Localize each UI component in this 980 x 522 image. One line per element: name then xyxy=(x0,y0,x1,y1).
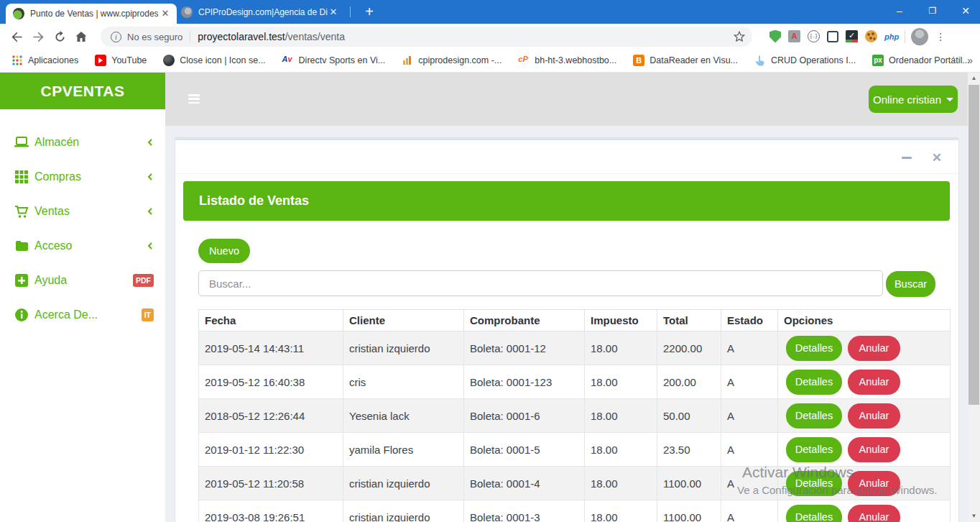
bookmark-item[interactable]: cpiprodesign.com -... xyxy=(397,53,506,68)
address-bar[interactable]: i No es seguro proyectolaravel.test/vent… xyxy=(101,27,752,47)
table-row: 2018-05-12 12:26:44Yesenia lackBoleta: 0… xyxy=(199,399,951,433)
panel-title: Listado de Ventas xyxy=(183,181,950,221)
cell-fecha: 2019-05-12 16:40:38 xyxy=(199,365,343,399)
cell-fecha: 2019-05-12 11:20:58 xyxy=(199,467,343,500)
cell-estado: A xyxy=(721,331,778,365)
checker-extension-icon[interactable]: ✓ xyxy=(846,30,858,42)
sidebar-item-acceso[interactable]: Acceso xyxy=(0,229,165,263)
cell-cliente: cris xyxy=(343,365,464,399)
tab-punto-de-ventas[interactable]: Punto de Ventas | www.cpiprodes ✕ xyxy=(6,4,177,24)
pdf-extension-icon[interactable]: A xyxy=(788,30,800,42)
column-header-opciones: Opciones xyxy=(778,310,951,331)
sidebar-item-acerca-de[interactable]: Acerca De...IT xyxy=(0,298,165,332)
sidebar-toggle-icon[interactable] xyxy=(188,94,200,104)
bookmarks-overflow-icon[interactable]: » xyxy=(967,55,973,66)
bookmark-item[interactable]: AvDirectv Sports en Vi... xyxy=(278,53,390,68)
sidebar: CPVENTAS AlmacénComprasVentasAccesoAyuda… xyxy=(0,73,165,522)
scrollbar-thumb[interactable] xyxy=(969,85,979,405)
separator xyxy=(190,31,190,42)
sidebar-badge: IT xyxy=(142,308,154,321)
separator xyxy=(905,30,905,43)
cell-estado: A xyxy=(721,500,778,522)
bookmark-item[interactable]: Aplicaciones xyxy=(7,53,83,68)
scrollbar-down-icon[interactable]: ▼ xyxy=(968,510,980,522)
chevron-left-icon xyxy=(147,205,154,218)
cart-icon xyxy=(14,204,29,219)
cookie-extension-icon[interactable] xyxy=(865,30,877,42)
table-row: 2019-05-12 16:40:38crisBoleta: 0001-1231… xyxy=(199,365,951,399)
sidebar-item-ayuda[interactable]: AyudaPDF xyxy=(0,263,165,298)
cell-comprobante: Boleta: 0001-6 xyxy=(464,399,585,433)
braces-extension-icon[interactable]: {..} xyxy=(808,30,820,42)
bookmark-item[interactable]: YouTube xyxy=(91,53,151,68)
search-button[interactable]: Buscar xyxy=(886,271,935,297)
bookmark-item[interactable]: cPbh-ht-3.webhostbo... xyxy=(514,53,621,68)
scrollbar-up-icon[interactable]: ▲ xyxy=(968,73,980,84)
new-tab-button[interactable]: + xyxy=(359,4,379,21)
cell-comprobante: Boleta: 0001-5 xyxy=(464,433,585,467)
tab-favicon xyxy=(13,8,24,19)
browser-toolbar: i No es seguro proyectolaravel.test/vent… xyxy=(0,24,980,49)
page-scrollbar[interactable]: ▲ ▼ xyxy=(968,73,980,522)
app-topbar: Online cristian xyxy=(165,73,980,126)
tab-cpiprodesign[interactable]: CPIProDesign.com|Agencia de Di ✕ xyxy=(181,0,345,24)
cancel-button[interactable]: Anular xyxy=(848,403,900,429)
cell-total: 1100.00 xyxy=(657,500,721,522)
cell-impuesto: 18.00 xyxy=(585,365,657,399)
page-content: Online cristian CPVENTAS AlmacénComprasV… xyxy=(0,73,980,522)
cell-cliente: yamila Flores xyxy=(343,433,464,467)
new-button[interactable]: Nuevo xyxy=(198,239,250,263)
window-restore-button[interactable]: ❐ xyxy=(916,0,949,23)
column-header-cliente: Cliente xyxy=(343,310,464,331)
cell-comprobante: Boleta: 0001-12 xyxy=(464,331,585,365)
details-button[interactable]: Detalles xyxy=(786,336,842,361)
details-button[interactable]: Detalles xyxy=(786,370,842,395)
bookmark-star-icon[interactable] xyxy=(734,31,745,45)
cell-impuesto: 18.00 xyxy=(585,399,657,433)
bookmark-item[interactable]: BDataReader en Visu... xyxy=(629,53,742,68)
profile-avatar[interactable] xyxy=(911,28,928,45)
back-icon[interactable] xyxy=(6,29,27,42)
cancel-button[interactable]: Anular xyxy=(848,370,900,395)
column-header-comprobante: Comprobante xyxy=(464,310,585,331)
sidebar-item-compras[interactable]: Compras xyxy=(0,160,165,194)
caret-down-icon xyxy=(946,98,953,101)
sidebar-item-almac-n[interactable]: Almacén xyxy=(0,125,165,160)
chrome-menu-icon[interactable]: ⋮ xyxy=(935,31,946,42)
screenshot-extension-icon[interactable] xyxy=(827,31,838,42)
info-circle-icon xyxy=(14,308,29,322)
home-icon[interactable] xyxy=(70,29,92,43)
bookmark-item[interactable]: CRUD Operations I... xyxy=(750,53,860,68)
sidebar-item-ventas[interactable]: Ventas xyxy=(0,194,165,229)
details-button[interactable]: Detalles xyxy=(786,437,842,462)
window-minimize-button[interactable]: – xyxy=(883,0,916,23)
cancel-button[interactable]: Anular xyxy=(848,505,900,522)
cell-total: 50.00 xyxy=(657,399,721,433)
reload-icon[interactable] xyxy=(49,29,70,42)
details-button[interactable]: Detalles xyxy=(786,403,842,429)
cell-estado: A xyxy=(721,433,778,467)
php-extension-icon[interactable]: php xyxy=(884,32,899,41)
table-row: 2019-05-14 14:43:11cristian izquierdoBol… xyxy=(199,331,951,365)
cancel-button[interactable]: Anular xyxy=(848,336,900,361)
app-brand: CPVENTAS xyxy=(0,73,165,109)
tab-close-icon[interactable]: ✕ xyxy=(328,6,339,18)
cell-total: 200.00 xyxy=(657,365,721,399)
panel-close-icon[interactable]: ✕ xyxy=(932,150,942,165)
cell-estado: A xyxy=(721,399,778,433)
panel-collapse-icon[interactable] xyxy=(902,157,912,160)
forward-icon[interactable] xyxy=(27,29,49,42)
cell-estado: A xyxy=(721,365,778,399)
bookmark-item[interactable]: pxOrdenador Portátil... xyxy=(868,53,974,68)
bookmarks-bar: AplicacionesYouTubeClose icon | Icon se.… xyxy=(0,49,980,73)
shield-extension-icon[interactable] xyxy=(769,30,781,43)
cancel-button[interactable]: Anular xyxy=(848,437,900,462)
search-input[interactable] xyxy=(198,270,883,296)
user-menu-button[interactable]: Online cristian xyxy=(869,86,958,113)
window-close-button[interactable]: ✕ xyxy=(949,0,980,23)
info-icon[interactable]: i xyxy=(111,32,121,42)
tab-close-icon[interactable]: ✕ xyxy=(160,8,171,19)
details-button[interactable]: Detalles xyxy=(786,505,842,522)
cell-cliente: Yesenia lack xyxy=(343,399,464,433)
bookmark-item[interactable]: Close icon | Icon se... xyxy=(159,53,269,68)
